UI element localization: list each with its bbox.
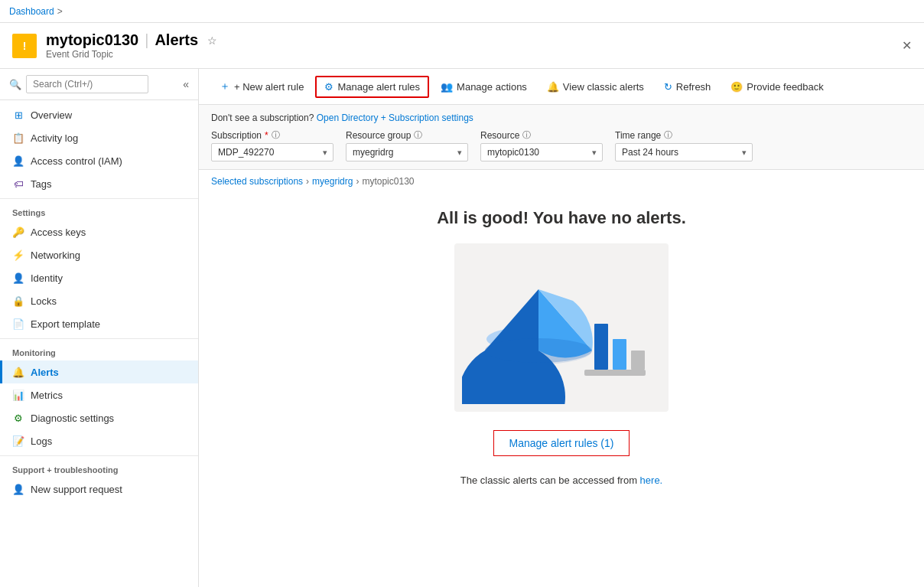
nav-breadcrumb-sep-2: › — [356, 176, 359, 187]
time-range-info-icon[interactable]: ⓘ — [664, 129, 672, 141]
sidebar-item-label: Locks — [31, 295, 57, 307]
sidebar-item-metrics[interactable]: 📊 Metrics — [0, 383, 198, 406]
sidebar-item-label: Overview — [31, 109, 72, 121]
sidebar-item-label: Networking — [31, 249, 80, 261]
breadcrumb-separator: > — [57, 6, 63, 17]
sidebar-item-locks[interactable]: 🔒 Locks — [0, 289, 198, 312]
page-title: Alerts — [155, 31, 198, 49]
sidebar-item-label: Logs — [31, 435, 52, 447]
sidebar-item-tags[interactable]: 🏷 Tags — [0, 172, 198, 195]
resource-select[interactable]: mytopic0130 — [480, 143, 603, 161]
manage-actions-button[interactable]: 👥 Manage actions — [432, 77, 535, 97]
top-breadcrumb-bar: Dashboard > — [0, 0, 924, 23]
manage-alert-rules-button[interactable]: ⚙ Manage alert rules — [315, 76, 429, 98]
sidebar-item-networking[interactable]: ⚡ Networking — [0, 243, 198, 266]
resource-icon-label: ! — [23, 40, 27, 52]
metrics-icon: 📊 — [12, 389, 24, 401]
sidebar-collapse-button[interactable]: « — [183, 78, 189, 90]
classic-alerts-prefix: The classic alerts can be accessed from — [460, 474, 637, 486]
overview-icon: ⊞ — [12, 109, 24, 121]
sidebar-item-label: Alerts — [31, 367, 59, 378]
plus-icon: ＋ — [220, 80, 230, 93]
close-button[interactable]: ✕ — [902, 38, 912, 53]
sidebar-item-label: Diagnostic settings — [31, 413, 114, 424]
filter-row: Subscription * ⓘ MDP_492270 Resource gro… — [211, 129, 912, 161]
sidebar-item-label: Access keys — [31, 227, 86, 238]
nav-breadcrumb-current: mytopic0130 — [362, 176, 414, 187]
bell-icon: 🔔 — [547, 81, 559, 93]
subscription-filter: Subscription * ⓘ MDP_492270 — [211, 129, 333, 161]
pin-icon[interactable]: ☆ — [207, 34, 217, 47]
search-input[interactable] — [26, 75, 148, 93]
svg-rect-6 — [631, 351, 645, 370]
resource-info-icon[interactable]: ⓘ — [522, 129, 531, 141]
selected-subscriptions-link[interactable]: Selected subscriptions — [211, 176, 303, 187]
identity-icon: 👤 — [12, 272, 24, 284]
resource-name: mytopic0130 — [46, 31, 138, 49]
activity-log-icon: 📋 — [12, 132, 24, 144]
sidebar-item-logs[interactable]: 📝 Logs — [0, 429, 198, 452]
breadcrumb-dashboard[interactable]: Dashboard — [9, 6, 54, 17]
time-range-label: Time range ⓘ — [615, 129, 753, 141]
sidebar-item-activity-log[interactable]: 📋 Activity log — [0, 126, 198, 149]
filter-notice: Don't see a subscription? Open Directory… — [211, 113, 912, 123]
sidebar-item-label: Export template — [31, 318, 100, 330]
sidebar-item-identity[interactable]: 👤 Identity — [0, 266, 198, 289]
networking-icon: ⚡ — [12, 249, 24, 261]
open-directory-link[interactable]: Open Directory + Subscription settings — [317, 113, 473, 123]
subscription-info-icon[interactable]: ⓘ — [272, 129, 280, 141]
resource-group-select-wrapper: myegridrg — [346, 143, 468, 161]
locks-icon: 🔒 — [12, 295, 24, 307]
svg-rect-5 — [613, 339, 626, 370]
support-section-header: Support + troubleshooting — [0, 455, 198, 478]
sidebar-item-label: Access control (IAM) — [31, 155, 122, 167]
gear-icon: ⚙ — [324, 81, 333, 93]
sidebar-search-area: 🔍 « — [0, 69, 198, 100]
provide-feedback-button[interactable]: 🙂 Provide feedback — [722, 77, 831, 97]
no-alerts-title: All is good! You have no alerts. — [437, 208, 686, 228]
support-icon: 👤 — [12, 483, 24, 495]
resource-group-link[interactable]: myegridrg — [312, 176, 353, 187]
new-alert-rule-button[interactable]: ＋ + New alert rule — [211, 75, 312, 98]
nav-breadcrumb-sep-1: › — [306, 176, 309, 187]
main-content: ＋ + New alert rule ⚙ Manage alert rules … — [199, 69, 924, 587]
manage-alert-rules-link[interactable]: Manage alert rules (1) — [493, 430, 630, 456]
refresh-icon: ↻ — [664, 81, 672, 93]
view-classic-alerts-button[interactable]: 🔔 View classic alerts — [538, 77, 652, 97]
resource-group-filter: Resource group ⓘ myegridrg — [346, 129, 468, 161]
refresh-label: Refresh — [676, 81, 711, 93]
content-area: All is good! You have no alerts. — [199, 193, 924, 501]
sidebar-item-iam[interactable]: 👤 Access control (IAM) — [0, 149, 198, 172]
subscription-select[interactable]: MDP_492270 — [211, 143, 333, 161]
iam-icon: 👤 — [12, 155, 24, 167]
header-divider: | — [145, 31, 148, 49]
sidebar-item-support[interactable]: 👤 New support request — [0, 478, 198, 501]
filter-bar: Don't see a subscription? Open Directory… — [199, 105, 924, 170]
diagnostic-icon: ⚙ — [12, 412, 24, 424]
sidebar-item-alerts[interactable]: 🔔 Alerts — [0, 360, 198, 383]
resource-group-select[interactable]: myegridrg — [346, 143, 468, 161]
sidebar-item-diagnostic[interactable]: ⚙ Diagnostic settings — [0, 406, 198, 429]
time-range-select-wrapper: Past 24 hours — [615, 143, 753, 161]
sidebar-item-access-keys[interactable]: 🔑 Access keys — [0, 220, 198, 243]
svg-rect-3 — [584, 370, 646, 376]
resource-group-info-icon[interactable]: ⓘ — [414, 129, 422, 141]
time-range-select[interactable]: Past 24 hours — [615, 143, 753, 161]
refresh-button[interactable]: ↻ Refresh — [656, 77, 720, 97]
classic-alerts-text: The classic alerts can be accessed from … — [460, 474, 662, 486]
tags-icon: 🏷 — [12, 178, 24, 190]
page-header: ! mytopic0130 | Alerts ☆ Event Grid Topi… — [0, 23, 924, 69]
alerts-icon: 🔔 — [12, 366, 24, 378]
resource-select-wrapper: mytopic0130 — [480, 143, 603, 161]
sidebar-item-overview[interactable]: ⊞ Overview — [0, 103, 198, 126]
resource-group-label: Resource group ⓘ — [346, 129, 468, 141]
toolbar: ＋ + New alert rule ⚙ Manage alert rules … — [199, 69, 924, 105]
view-classic-alerts-label: View classic alerts — [563, 81, 644, 93]
resource-type: Event Grid Topic — [46, 49, 217, 60]
classic-alerts-link[interactable]: here. — [640, 474, 663, 486]
sidebar-item-export-template[interactable]: 📄 Export template — [0, 312, 198, 335]
manage-actions-label: Manage actions — [457, 81, 527, 93]
time-range-filter: Time range ⓘ Past 24 hours — [615, 129, 753, 161]
sidebar-item-label: Activity log — [31, 132, 78, 144]
resource-icon: ! — [12, 34, 37, 58]
